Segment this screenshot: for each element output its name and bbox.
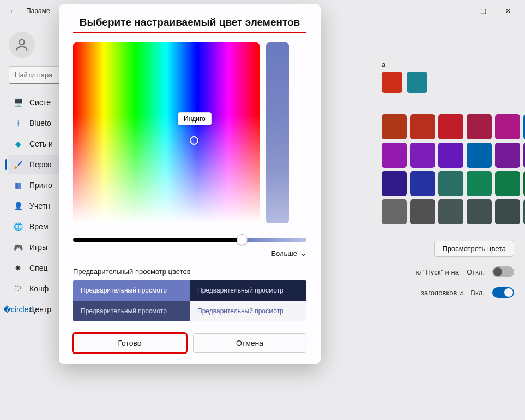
color-picker-dialog: Выберите настраиваемый цвет элементов Ин… [59, 4, 321, 364]
lightness-slider[interactable] [73, 238, 306, 242]
preview-tile-1: Предварительный просмотр [73, 280, 190, 301]
done-button[interactable]: Готово [73, 333, 186, 353]
preview-grid: Предварительный просмотр Предварительный… [73, 280, 306, 321]
preview-tile-4: Предварительный просмотр [190, 301, 306, 321]
hue-saturation-picker[interactable]: Индиго [73, 42, 260, 223]
color-name-tooltip: Индиго [178, 112, 212, 125]
dialog-title: Выберите настраиваемый цвет элементов [73, 16, 306, 33]
more-toggle[interactable]: Больше ⌄ [73, 249, 306, 258]
value-strip[interactable] [266, 42, 289, 223]
cancel-button[interactable]: Отмена [193, 333, 306, 353]
preview-section-label: Предварительный просмотр цветов [73, 267, 306, 276]
chevron-down-icon: ⌄ [300, 249, 306, 258]
more-label: Больше [271, 249, 298, 258]
picker-cursor[interactable] [190, 136, 198, 145]
slider-thumb[interactable] [237, 234, 248, 245]
dialog-backdrop: Выберите настраиваемый цвет элементов Ин… [0, 0, 525, 420]
preview-tile-3: Предварительный просмотр [73, 301, 190, 321]
preview-tile-2: Предварительный просмотр [190, 280, 306, 301]
